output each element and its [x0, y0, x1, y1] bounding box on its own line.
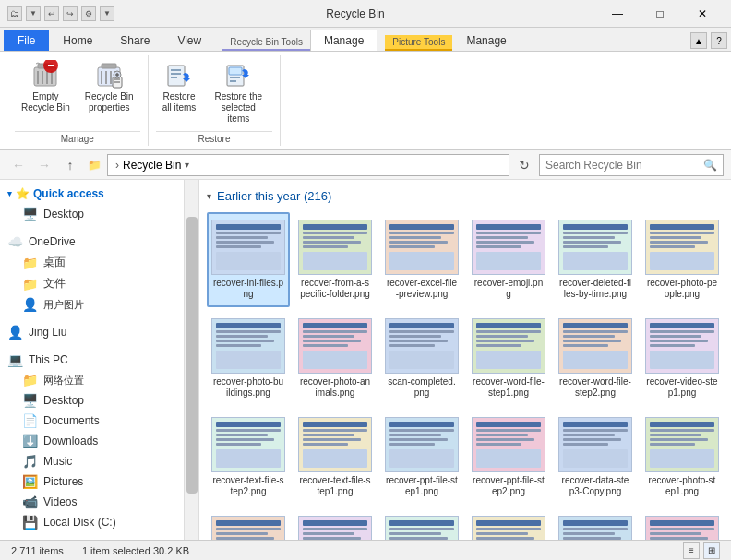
sidebar-item-downloads[interactable]: ⬇️ Downloads: [15, 431, 184, 451]
file-item[interactable]: recover-external-device-step2.png: [641, 508, 724, 540]
ribbon-collapse-icon[interactable]: ▲: [690, 32, 707, 49]
sidebar-item-pictures[interactable]: 🖼️ Pictures: [15, 471, 184, 492]
file-thumbnail: [645, 220, 719, 275]
redo-icon[interactable]: ↪: [63, 6, 78, 21]
details-view-button[interactable]: ≡: [683, 542, 700, 559]
sidebar-item-documents[interactable]: 📄 Documents: [15, 411, 184, 431]
file-item[interactable]: recover-photo-animals.png: [294, 311, 377, 406]
sidebar-thispc-section: 💻 This PC 📁 网络位置 🖥️ Desktop 📄 Documents …: [0, 346, 184, 536]
file-item[interactable]: recover-from-a-specific-folder.png: [294, 212, 377, 307]
sidebar-item-onedrive[interactable]: ☁️ OneDrive: [0, 232, 184, 252]
address-path-bar[interactable]: › Recycle Bin ▾: [107, 154, 509, 176]
file-item[interactable]: recover-office-file-step2.png: [380, 508, 463, 540]
tab-share[interactable]: Share: [106, 30, 163, 51]
sidebar-item-folder2[interactable]: 📁 文件: [15, 273, 184, 294]
file-name-label: recover-photo-people.png: [646, 278, 718, 300]
file-item[interactable]: recover-data-step3-Copy.png: [554, 410, 637, 505]
sidebar-network-label: 网络位置: [43, 374, 84, 387]
grid-view-button[interactable]: ⊞: [703, 542, 720, 559]
file-name-label: recover-photo-step1.png: [646, 475, 718, 497]
back-button[interactable]: ←: [7, 154, 30, 176]
quick-access-icon[interactable]: ▼: [26, 6, 41, 21]
restore-all-items-button[interactable]: Restoreall items: [156, 55, 203, 118]
recycle-bin-properties-button[interactable]: Recycle Binproperties: [78, 55, 140, 118]
props-icon[interactable]: ⚙: [81, 6, 96, 21]
title-bar-system-icons: 🗂 ▼ ↩ ↪ ⚙ ▼: [7, 6, 114, 21]
file-item[interactable]: recover-emoji.png: [467, 212, 550, 307]
undo-icon[interactable]: ↩: [44, 6, 59, 21]
file-item[interactable]: recover-ini-files.png: [207, 212, 290, 307]
file-item[interactable]: recover-text-file-step1.png: [294, 410, 377, 505]
empty-recycle-bin-button[interactable]: EmptyRecycle Bin: [15, 55, 77, 118]
tab-home[interactable]: Home: [49, 30, 106, 51]
sidebar-scrollbar[interactable]: [185, 180, 199, 540]
help-icon[interactable]: ?: [711, 32, 727, 49]
sidebar-desktop2-label: Desktop: [43, 394, 84, 407]
file-name-label: recover-data-step3-Copy.png: [559, 475, 631, 497]
sidebar-item-desktop[interactable]: 🖥️ Desktop: [15, 204, 184, 224]
sidebar-item-jingliu[interactable]: 👤 Jing Liu: [0, 322, 184, 342]
file-item[interactable]: recover-word-file-step2.png: [554, 311, 637, 406]
file-item[interactable]: recover-external-device-step3.png: [554, 508, 637, 540]
file-item[interactable]: recover-ppt-file-step1.png: [380, 410, 463, 505]
up-button[interactable]: ↑: [59, 154, 81, 176]
window-title: Recycle Bin: [114, 7, 596, 20]
file-item[interactable]: recover-photo-step1.png: [641, 410, 724, 505]
file-item[interactable]: recover-photo-buildings.png: [207, 311, 290, 406]
sidebar-item-user3[interactable]: 👤 用户图片: [15, 294, 184, 315]
section-header-earlier: ▾ Earlier this year (216): [207, 187, 724, 205]
refresh-button[interactable]: ↻: [513, 154, 535, 176]
file-thumbnail: [298, 417, 372, 472]
file-thumbnail: [211, 516, 285, 540]
file-area[interactable]: ▾ Earlier this year (216) recover-ini-fi…: [199, 180, 731, 540]
file-item[interactable]: recover-photo-people.png: [641, 212, 724, 307]
file-item[interactable]: recover-word-file-step1.png: [467, 311, 550, 406]
titlebar-dropdown-icon[interactable]: ▼: [100, 6, 114, 21]
location-icon: 📁: [85, 156, 103, 174]
sidebar-item-network[interactable]: 📁 网络位置: [15, 370, 184, 390]
sidebar-item-music[interactable]: 🎵 Music: [15, 451, 184, 471]
file-item[interactable]: recover-excel-file-preview.png: [380, 212, 463, 307]
system-icon[interactable]: 🗂: [7, 6, 22, 21]
file-thumbnail: [645, 318, 719, 374]
restore-group-label: Restore: [156, 131, 273, 146]
search-input[interactable]: [545, 159, 703, 172]
file-name-label: recover-video-step1.png: [646, 376, 718, 399]
sidebar-quick-access-header[interactable]: ▾ ⭐ Quick access: [0, 184, 184, 204]
file-item[interactable]: recover-text-file-step2.png: [207, 410, 290, 505]
file-name-label: recover-from-a-specific-folder.png: [299, 278, 371, 300]
tab-manage-recycle[interactable]: Manage: [310, 30, 377, 51]
file-item[interactable]: recover-pdf-file-step1.png: [294, 508, 377, 540]
breadcrumb-dropdown[interactable]: ▾: [185, 160, 189, 170]
collapse-icon[interactable]: ▾: [207, 191, 211, 201]
breadcrumb-item[interactable]: Recycle Bin: [123, 159, 181, 172]
maximize-button[interactable]: □: [639, 0, 681, 28]
file-item[interactable]: scan-completed.png: [380, 311, 463, 406]
file-item[interactable]: recover-ppt-file-step2.png: [467, 410, 550, 505]
tab-manage-picture[interactable]: Manage: [452, 30, 520, 51]
sidebar-item-thispc[interactable]: 💻 This PC: [0, 350, 184, 370]
file-item[interactable]: recover-video-step1.png: [641, 311, 724, 406]
sidebar-item-localc[interactable]: 💾 Local Disk (C:): [15, 512, 184, 532]
sidebar-item-videos[interactable]: 📹 Videos: [15, 492, 184, 512]
main-area: ▾ ⭐ Quick access 🖥️ Desktop ☁️ OneDrive …: [0, 180, 731, 540]
file-thumbnail: [645, 417, 719, 472]
file-item[interactable]: recover-pdf-file-step2.png: [207, 508, 290, 540]
sidebar-pictures-label: Pictures: [43, 475, 83, 488]
sidebar-item-desktop2[interactable]: 🖥️ Desktop: [15, 390, 184, 411]
file-item[interactable]: recover-deleted-files-by-time.png: [554, 212, 637, 307]
forward-button[interactable]: →: [33, 154, 55, 176]
sidebar-item-folder1[interactable]: 📁 桌面: [15, 252, 184, 273]
picture-tools-label: Picture Tools: [385, 35, 452, 51]
sidebar-documents-label: Documents: [43, 414, 100, 427]
sidebar-scroll-thumb[interactable]: [186, 217, 198, 494]
file-item[interactable]: recover-office-file-step1.png: [467, 508, 550, 540]
minimize-button[interactable]: —: [596, 0, 639, 28]
tab-view[interactable]: View: [163, 30, 215, 51]
tab-file[interactable]: File: [4, 30, 49, 51]
search-box[interactable]: 🔍: [539, 154, 724, 176]
restore-selected-button[interactable]: Restore theselected items: [204, 55, 272, 129]
close-button[interactable]: ✕: [681, 0, 724, 28]
restore-selected-label: Restore theselected items: [210, 91, 266, 125]
item-count: 2,711 items: [11, 545, 64, 556]
